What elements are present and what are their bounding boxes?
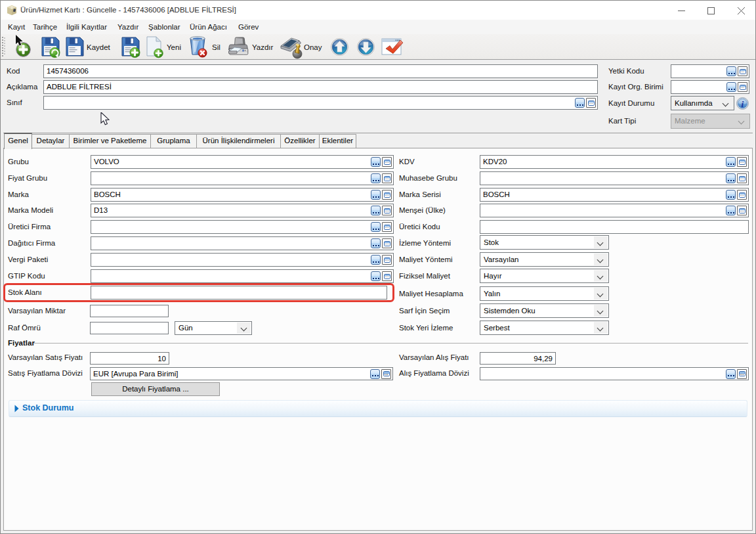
svg-text:i: i (742, 99, 744, 109)
